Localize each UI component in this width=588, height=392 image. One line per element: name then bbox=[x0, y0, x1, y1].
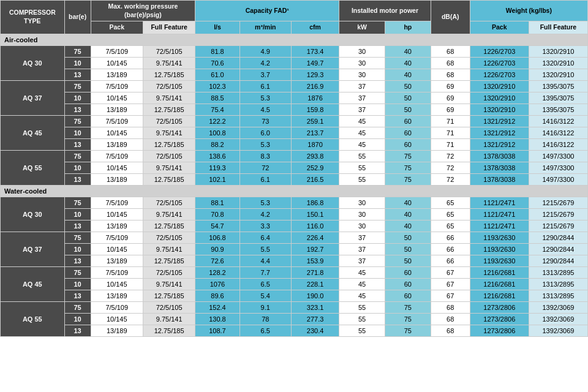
press-ff-cell: 72/5/105 bbox=[143, 150, 195, 162]
table-row: AQ 37757/5/10972/5/105102.36.1216.937506… bbox=[1, 80, 588, 92]
hp-cell: 75 bbox=[385, 313, 431, 325]
kw-cell: 45 bbox=[339, 290, 385, 301]
weight-pack-cell: 1216/2681 bbox=[470, 278, 529, 290]
header-wt-pack: Pack bbox=[470, 21, 529, 34]
db-cell: 69 bbox=[431, 80, 470, 92]
m3-cell: 6.1 bbox=[239, 173, 291, 185]
weight-ff-cell: 1313/2895 bbox=[529, 278, 587, 290]
ls-cell: 61.0 bbox=[195, 69, 239, 80]
bar-cell: 75 bbox=[64, 115, 91, 127]
cfm-cell: 1876 bbox=[291, 92, 339, 104]
db-cell: 69 bbox=[431, 92, 470, 104]
weight-ff-cell: 1313/2895 bbox=[529, 290, 587, 301]
ls-cell: 122.2 bbox=[195, 115, 239, 127]
hp-cell: 75 bbox=[385, 301, 431, 313]
db-cell: 66 bbox=[431, 255, 470, 266]
weight-pack-cell: 1193/2630 bbox=[470, 255, 529, 266]
kw-cell: 37 bbox=[339, 80, 385, 92]
header-cfm: cfm bbox=[291, 21, 339, 34]
kw-cell: 30 bbox=[339, 220, 385, 232]
m3-cell: 6.1 bbox=[239, 80, 291, 92]
hp-cell: 40 bbox=[385, 208, 431, 220]
main-table: COMPRESSOR TYPE bar(e) Max. working pres… bbox=[0, 0, 588, 337]
cfm-cell: 192.7 bbox=[291, 243, 339, 255]
header-hp: hp bbox=[385, 21, 431, 34]
hp-cell: 60 bbox=[385, 266, 431, 278]
weight-pack-cell: 1193/2630 bbox=[470, 243, 529, 255]
weight-ff-cell: 1416/3122 bbox=[529, 138, 587, 150]
cfm-cell: 190.0 bbox=[291, 290, 339, 301]
cfm-cell: 129.3 bbox=[291, 69, 339, 80]
db-cell: 71 bbox=[431, 127, 470, 138]
db-cell: 67 bbox=[431, 290, 470, 301]
press-pack-cell: 13/189 bbox=[91, 104, 143, 115]
weight-pack-cell: 1320/2910 bbox=[470, 92, 529, 104]
ls-cell: 88.2 bbox=[195, 138, 239, 150]
table-row: 1313/18912.75/185102.16.1216.55575721378… bbox=[1, 173, 588, 185]
table-row: 1313/18912.75/18572.64.4153.93750661193/… bbox=[1, 255, 588, 266]
weight-pack-cell: 1321/2912 bbox=[470, 127, 529, 138]
db-cell: 72 bbox=[431, 150, 470, 162]
hp-cell: 50 bbox=[385, 232, 431, 243]
db-cell: 66 bbox=[431, 243, 470, 255]
press-ff-cell: 9.75/141 bbox=[143, 127, 195, 138]
bar-cell: 10 bbox=[64, 278, 91, 290]
hp-cell: 75 bbox=[385, 162, 431, 173]
cfm-cell: 323.1 bbox=[291, 301, 339, 313]
db-cell: 69 bbox=[431, 104, 470, 115]
kw-cell: 30 bbox=[339, 57, 385, 69]
kw-cell: 55 bbox=[339, 301, 385, 313]
table-row: AQ 30757/5/10972/5/10588.15.3186.8304065… bbox=[1, 197, 588, 208]
table-row: 1010/1459.75/14188.55.318763750691320/29… bbox=[1, 92, 588, 104]
weight-ff-cell: 1497/3300 bbox=[529, 162, 587, 173]
ls-cell: 106.8 bbox=[195, 232, 239, 243]
table-row: 1313/18912.75/18588.25.318704560711321/2… bbox=[1, 138, 588, 150]
kw-cell: 37 bbox=[339, 104, 385, 115]
header-motor-power: Installed motor power bbox=[339, 1, 431, 21]
weight-pack-cell: 1320/2910 bbox=[470, 80, 529, 92]
bar-cell: 13 bbox=[64, 173, 91, 185]
bar-cell: 10 bbox=[64, 208, 91, 220]
model-cell: AQ 37 bbox=[1, 80, 65, 115]
kw-cell: 45 bbox=[339, 278, 385, 290]
table-row: 1313/18912.75/18554.73.3116.03040651121/… bbox=[1, 220, 588, 232]
table-row: 1313/18912.75/185108.76.5230.45575681273… bbox=[1, 325, 588, 336]
bar-cell: 13 bbox=[64, 104, 91, 115]
header-weight: Weight (kg/lbs) bbox=[470, 1, 587, 21]
kw-cell: 55 bbox=[339, 313, 385, 325]
m3-cell: 72 bbox=[239, 162, 291, 173]
weight-ff-cell: 1215/2679 bbox=[529, 220, 587, 232]
weight-pack-cell: 1216/2681 bbox=[470, 266, 529, 278]
m3-cell: 9.1 bbox=[239, 301, 291, 313]
hp-cell: 50 bbox=[385, 104, 431, 115]
ls-cell: 119.3 bbox=[195, 162, 239, 173]
header-max-pressure: Max. working pressure (bar(e)/psig) bbox=[91, 1, 195, 21]
kw-cell: 37 bbox=[339, 255, 385, 266]
bar-cell: 75 bbox=[64, 80, 91, 92]
hp-cell: 60 bbox=[385, 127, 431, 138]
press-ff-cell: 9.75/141 bbox=[143, 243, 195, 255]
kw-cell: 30 bbox=[339, 208, 385, 220]
m3-cell: 6.4 bbox=[239, 232, 291, 243]
weight-pack-cell: 1273/2806 bbox=[470, 325, 529, 336]
section-label: Water-cooled bbox=[1, 185, 588, 197]
db-cell: 68 bbox=[431, 301, 470, 313]
weight-pack-cell: 1321/2912 bbox=[470, 115, 529, 127]
m3-cell: 4.2 bbox=[239, 57, 291, 69]
kw-cell: 45 bbox=[339, 266, 385, 278]
weight-pack-cell: 1226/2703 bbox=[470, 45, 529, 57]
table-row: AQ 55757/5/10972/5/105138.68.3293.855757… bbox=[1, 150, 588, 162]
kw-cell: 55 bbox=[339, 173, 385, 185]
cfm-cell: 1870 bbox=[291, 138, 339, 150]
press-pack-cell: 10/145 bbox=[91, 313, 143, 325]
press-pack-cell: 10/145 bbox=[91, 57, 143, 69]
kw-cell: 37 bbox=[339, 92, 385, 104]
table-row: 1010/1459.75/14190.95.5192.73750661193/2… bbox=[1, 243, 588, 255]
weight-pack-cell: 1226/2703 bbox=[470, 57, 529, 69]
press-ff-cell: 12.75/185 bbox=[143, 173, 195, 185]
cfm-cell: 271.8 bbox=[291, 266, 339, 278]
m3-cell: 5.4 bbox=[239, 290, 291, 301]
weight-ff-cell: 1320/2910 bbox=[529, 57, 587, 69]
kw-cell: 30 bbox=[339, 45, 385, 57]
ls-cell: 128.2 bbox=[195, 266, 239, 278]
